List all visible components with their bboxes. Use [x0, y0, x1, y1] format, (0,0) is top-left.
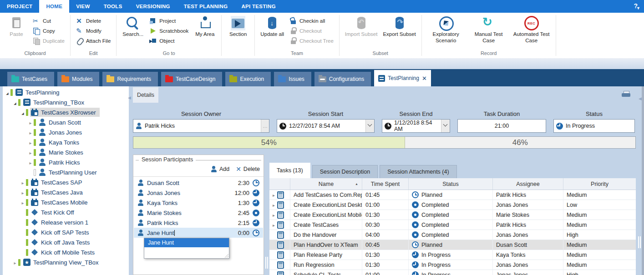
tree-expander-icon[interactable]	[20, 189, 25, 196]
add-participant-button[interactable]: Add	[211, 166, 229, 172]
participant-row[interactable]: Jonas Jones 12:00	[134, 188, 263, 198]
tree-expander-icon[interactable]	[5, 89, 10, 96]
participant-row[interactable]: Patrik Hicks 2:15	[134, 218, 263, 228]
tree-item[interactable]: TestCases Mobile	[3, 197, 129, 207]
manual-test-case-button[interactable]: Manual Test Case	[468, 15, 509, 45]
duplicate-button[interactable]: Duplicate	[31, 36, 66, 45]
automated-test-case-button[interactable]: REC Automated Test Case	[511, 15, 552, 45]
section-button[interactable]: Section	[225, 15, 251, 39]
participant-row[interactable]: Kaya Tonks 1:30	[134, 198, 263, 208]
tasks-tab[interactable]: Tasks (13)	[269, 163, 310, 178]
paste-button[interactable]: Paste	[4, 15, 29, 39]
tree-expander-icon[interactable]	[28, 119, 33, 126]
task-row[interactable]: Plan HandOver to XTeam 00:45 Planned Dus…	[269, 240, 636, 250]
goto-scratchbook-button[interactable]: Scratchbook	[147, 26, 190, 35]
tree-item[interactable]: Kaya Tonks	[3, 137, 129, 147]
start-date-dropdown-button[interactable]	[365, 120, 374, 132]
tree-item[interactable]: TestCases XBrowser	[3, 107, 129, 117]
session-start-field[interactable]: 12/27/2017 8:54 AM	[277, 119, 375, 133]
menu-tab[interactable]: PROJECT	[0, 0, 39, 13]
tree-expander-icon[interactable]	[28, 129, 33, 136]
checkin-all-button[interactable]: Checkin all	[288, 16, 335, 25]
tree-item[interactable]: Dusan Scott	[3, 117, 129, 127]
tree-item[interactable]: Kick off SAP Tests	[3, 227, 129, 237]
attach-file-button[interactable]: Attach File	[74, 36, 112, 45]
menu-tab[interactable]: API TESTING	[234, 0, 283, 13]
row-expander-icon[interactable]	[272, 212, 276, 218]
resize-grip[interactable]	[224, 253, 228, 258]
column-header[interactable]: Priority	[563, 178, 636, 190]
export-subset-button[interactable]: Export Subset	[381, 15, 417, 39]
menu-tab[interactable]: VERSIONING	[129, 0, 177, 13]
participant-row[interactable]: Marie Stokes 2:45	[134, 208, 263, 218]
session-owner-field[interactable]: Patrik Hicks …	[133, 119, 269, 133]
tab-close-icon[interactable]: ✕	[422, 75, 427, 82]
delete-participant-button[interactable]: ✕ Delete	[236, 166, 260, 172]
menu-tab[interactable]: HOME	[39, 0, 69, 13]
checkout-tree-button[interactable]: Checkout Tree	[288, 36, 335, 45]
session-end-field[interactable]: 1/12/2018 8:54 AM	[382, 119, 450, 133]
document-tab[interactable]: TestCases	[7, 72, 54, 86]
task-row[interactable]: Create ExecutionList Deskt... 01:00 Comp…	[269, 200, 636, 210]
tree-item[interactable]: Test Kick Off	[3, 207, 129, 217]
end-date-dropdown-button[interactable]	[441, 120, 450, 132]
row-expander-icon[interactable]	[272, 202, 276, 208]
goto-object-button[interactable]: Object	[147, 36, 190, 45]
document-tab[interactable]: Issues	[274, 72, 311, 86]
document-tab[interactable]: TestPlanning ✕	[374, 70, 431, 86]
modify-button[interactable]: Modify	[74, 26, 112, 35]
task-row[interactable]: Add TestCases to Com.Rep... 01:45 Planne…	[269, 190, 636, 200]
cut-button[interactable]: Cut	[31, 16, 66, 25]
menu-tab[interactable]: TOOLS	[97, 0, 129, 13]
task-row[interactable]: Run Regression 01:30 In Progress Jonas J…	[269, 260, 636, 270]
task-duration-field[interactable]: 21:00	[457, 119, 546, 133]
menu-tab[interactable]: VIEW	[69, 0, 97, 13]
tree-splitter-collapse-icon[interactable]: ◀	[128, 95, 131, 100]
my-area-button[interactable]: My Area	[192, 15, 218, 39]
task-row[interactable]: Plan Release Party 01:30 In Progress Kay…	[269, 250, 636, 260]
column-header[interactable]: Status	[408, 178, 492, 190]
participant-row[interactable]: Dusan Scott 2:30	[134, 178, 263, 188]
document-tab[interactable]: TestCaseDesign	[161, 72, 222, 86]
status-field[interactable]: In Progress	[553, 119, 635, 133]
tree-item[interactable]: Kick off Java Tests	[3, 237, 129, 247]
tasks-tab[interactable]: Session Description	[312, 165, 378, 178]
details-collapse-icon[interactable]: ◀	[639, 96, 642, 101]
tab-overflow-icon[interactable]: ▼	[636, 6, 640, 10]
document-tab[interactable]: Configurations	[314, 72, 371, 86]
delete-button[interactable]: Delete	[74, 16, 112, 25]
goto-project-button[interactable]: Project	[147, 16, 190, 25]
column-header[interactable]: Time Spent	[362, 178, 408, 190]
print-icon[interactable]	[622, 91, 631, 98]
checkout-button[interactable]: Checkout	[288, 26, 335, 35]
tree-item[interactable]: TestPlanning User	[3, 167, 129, 177]
participant-row[interactable]: Jane Hunt 0:00	[134, 228, 263, 238]
owner-browse-button[interactable]: …	[261, 120, 269, 132]
task-row[interactable]: Schedule CI_Tests 01:00 In Progress Jona…	[269, 270, 636, 275]
exploratory-scenario-button[interactable]: Exploratory Scenario	[426, 15, 467, 45]
tree-item[interactable]: Patrik Hicks	[3, 157, 129, 167]
task-row[interactable]: Create TestCases 00:30 Completed Patrik …	[269, 220, 636, 230]
tree-item[interactable]: Jonas Jones	[3, 127, 129, 137]
tree-expander-icon[interactable]	[28, 149, 33, 156]
menu-tab[interactable]: TEST PLANNING	[177, 0, 235, 13]
tree-item[interactable]: Kick off Mobile Tests	[3, 247, 129, 257]
tree-item[interactable]: TestCases Java	[3, 187, 129, 197]
tree-item[interactable]: TestPlanning	[3, 87, 129, 97]
document-tab[interactable]: Modules	[57, 72, 99, 86]
tree-expander-icon[interactable]	[28, 139, 33, 146]
search-button[interactable]: Search...	[120, 15, 146, 39]
tree-item[interactable]: TestCases SAP	[3, 177, 129, 187]
tree-expander-icon[interactable]	[28, 159, 33, 166]
tree-expander-icon[interactable]	[20, 109, 25, 116]
tree-item[interactable]: TestPlanning_TBox	[3, 97, 129, 107]
column-header[interactable]: Assignee	[492, 178, 563, 190]
details-tab[interactable]: Details	[133, 87, 158, 103]
tree-expander-icon[interactable]	[12, 259, 18, 266]
autocomplete-option[interactable]: Jane Hunt	[144, 238, 229, 247]
row-expander-icon[interactable]	[272, 222, 276, 228]
copy-button[interactable]: Copy	[31, 26, 66, 35]
tree-expander-icon[interactable]	[12, 99, 18, 106]
row-expander-icon[interactable]	[272, 192, 276, 198]
task-row[interactable]: Create ExecutionList Mobile 01:30 Comple…	[269, 210, 636, 220]
